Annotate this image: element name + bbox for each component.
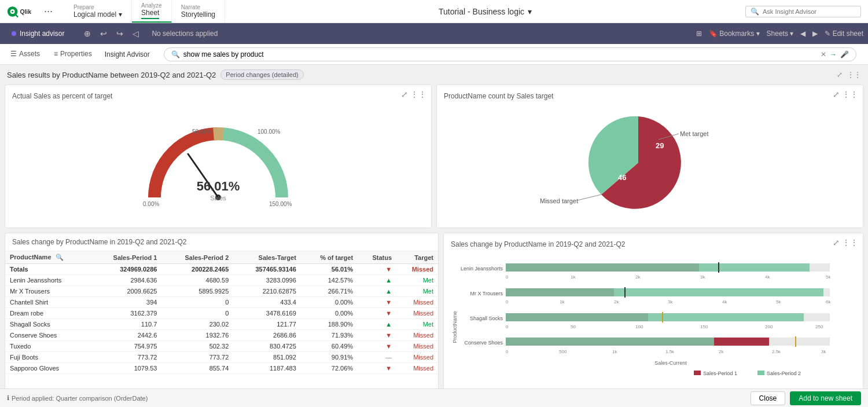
svg-text:2k: 2k xyxy=(719,349,724,354)
svg-text:50.00%: 50.00% xyxy=(192,129,212,135)
totals-status: Missed xyxy=(396,264,438,275)
svg-text:3k: 3k xyxy=(668,299,673,305)
svg-rect-46 xyxy=(506,313,804,321)
narrate-section[interactable]: Narrate Storytelling xyxy=(172,0,225,23)
bar-menu-icon[interactable]: ⋮⋮ xyxy=(842,238,858,247)
second-nav: Insight advisor ⊕ ↩ ↪ ◁ No selections ap… xyxy=(0,23,868,44)
analyze-title: Sheet xyxy=(141,9,162,19)
nav-right: 🔍 xyxy=(745,6,861,17)
main-content: Sales results by ProductName between 201… xyxy=(0,65,868,407)
bar-chart-svg: ProductName Lenin Jeansshorts 0 1k 2k 3k… xyxy=(451,258,844,391)
sales-table: ProductName 🔍 Sales-Period 1 Sales-Perio… xyxy=(5,251,438,374)
search-icon: 🔍 xyxy=(171,50,180,58)
bar-chart-title: Sales change by ProductName in 2019-Q2 a… xyxy=(451,240,856,248)
smart-search-btn[interactable]: ⊕ xyxy=(80,27,94,40)
gauge-svg: 0.00% 50.00% 100.00% 150.00% 56.01% Sale… xyxy=(126,105,311,221)
svg-text:50: 50 xyxy=(571,324,576,329)
svg-text:0.00%: 0.00% xyxy=(143,201,159,207)
bottom-row: Sales change by ProductName in 2019-Q2 a… xyxy=(5,233,863,400)
undo-btn[interactable]: ↩ xyxy=(97,27,111,40)
tab-properties[interactable]: ≡ Properties xyxy=(48,46,98,63)
totals-p2: 200228.2465 xyxy=(161,264,233,275)
svg-text:100: 100 xyxy=(635,324,643,329)
analyze-section[interactable]: Analyze Sheet xyxy=(132,0,172,23)
app-title[interactable]: Tutorial - Business logic ▾ xyxy=(439,7,532,16)
svg-text:6k: 6k xyxy=(826,299,831,305)
search-input[interactable] xyxy=(183,50,817,58)
col-period2: Sales-Period 2 xyxy=(161,251,233,264)
redo-btn[interactable]: ↪ xyxy=(113,27,127,40)
svg-text:46: 46 xyxy=(618,173,626,182)
svg-text:Mr X Trousers: Mr X Trousers xyxy=(470,291,503,296)
totals-arrow: ▼ xyxy=(358,264,396,275)
table-row: Mr X Trousers 2009.6625 5895.9925 2210.6… xyxy=(5,286,438,297)
next-btn[interactable]: ▶ xyxy=(812,30,818,38)
col-period1: Sales-Period 1 xyxy=(90,251,162,264)
svg-text:200: 200 xyxy=(765,324,773,329)
prepare-section[interactable]: Prepare Logical model ▾ xyxy=(64,0,132,23)
tab-bar: ☰ Assets ≡ Properties Insight Advisor 🔍 … xyxy=(0,44,868,65)
svg-text:2k: 2k xyxy=(614,299,619,305)
gauge-expand-icon[interactable]: ⤢ xyxy=(401,90,408,99)
col-search-icon[interactable]: 🔍 xyxy=(56,254,64,261)
tab-assets[interactable]: ☰ Assets xyxy=(5,46,46,63)
search-clear-icon[interactable]: ✕ xyxy=(821,50,826,58)
svg-rect-23 xyxy=(506,263,810,272)
ask-insight-input[interactable]: 🔍 xyxy=(745,6,861,17)
expand-icon[interactable]: ⤢ xyxy=(837,71,843,79)
ask-insight-field[interactable] xyxy=(763,8,838,15)
sheets-btn[interactable]: Sheets ▾ xyxy=(767,30,794,38)
header-menu-icon[interactable]: ⋮⋮ xyxy=(847,71,861,79)
svg-text:3k: 3k xyxy=(821,349,826,354)
svg-text:4k: 4k xyxy=(722,299,727,305)
bar-expand-icon[interactable]: ⤢ xyxy=(833,238,840,247)
svg-text:Sales-Current: Sales-Current xyxy=(654,360,687,366)
add-to-sheet-button[interactable]: Add to new sheet xyxy=(790,391,861,405)
svg-text:Shagall Socks: Shagall Socks xyxy=(470,316,503,321)
back-btn[interactable]: ◁ xyxy=(129,27,142,40)
gauge-menu-icon[interactable]: ⋮⋮ xyxy=(410,90,426,99)
svg-line-3 xyxy=(15,14,18,17)
nav-dots-btn[interactable]: ··· xyxy=(44,5,53,17)
svg-text:1k: 1k xyxy=(571,274,576,280)
totals-p1: 324969.0286 xyxy=(90,264,162,275)
pie-svg: 46 29 Missed target Met target xyxy=(534,105,766,221)
pie-chart-title: ProductName count by Sales target xyxy=(444,92,856,100)
table-col-headers: ProductName 🔍 Sales-Period 1 Sales-Perio… xyxy=(5,251,438,264)
svg-point-2 xyxy=(12,10,13,12)
pie-menu-icon[interactable]: ⋮⋮ xyxy=(842,90,858,99)
col-pct: % of target xyxy=(301,251,358,264)
svg-text:1k: 1k xyxy=(560,299,565,305)
bookmarks-btn[interactable]: 🔖 Bookmarks ▾ xyxy=(709,30,760,38)
svg-rect-69 xyxy=(757,371,764,375)
no-selections-text: No selections applied xyxy=(152,30,218,38)
svg-text:1.5k: 1.5k xyxy=(665,349,675,354)
period-badge: Period changes (detailed) xyxy=(220,69,303,80)
svg-text:500: 500 xyxy=(559,349,567,354)
svg-text:ProductName: ProductName xyxy=(452,311,458,343)
prev-btn[interactable]: ◀ xyxy=(800,30,806,38)
nav-center: Tutorial - Business logic ▾ xyxy=(225,7,745,16)
table-row: Conserve Shoes 2442.6 1932.76 2686.86 71… xyxy=(5,330,438,341)
edit-sheet-btn[interactable]: ✎ Edit sheet xyxy=(825,30,863,38)
insight-advisor-btn[interactable]: Insight advisor xyxy=(5,27,71,40)
search-submit-icon[interactable]: → xyxy=(830,50,837,58)
footer-actions: Close Add to new sheet xyxy=(751,391,861,405)
totals-target: 357465.93146 xyxy=(233,264,301,275)
narrate-label: Narrate xyxy=(181,4,215,10)
footer-info: ℹ Period applied: Quarter comparison (Or… xyxy=(7,394,148,402)
col-target: Sales-Target xyxy=(233,251,301,264)
grid-icon[interactable]: ⊞ xyxy=(696,30,702,38)
properties-icon: ≡ xyxy=(54,50,58,58)
table-header-row: Sales change by ProductName in 2019-Q2 a… xyxy=(5,233,438,251)
search-mic-icon[interactable]: 🎤 xyxy=(840,50,849,58)
svg-text:56.01%: 56.01% xyxy=(197,179,240,193)
pie-expand-icon[interactable]: ⤢ xyxy=(833,90,840,99)
close-button[interactable]: Close xyxy=(751,391,786,405)
table-title: Sales change by ProductName in 2019-Q2 a… xyxy=(12,238,187,246)
assets-icon: ☰ xyxy=(10,50,17,58)
svg-text:Qlik: Qlik xyxy=(20,9,31,15)
svg-text:5k: 5k xyxy=(826,274,831,280)
footer-info-icon: ℹ xyxy=(7,394,9,402)
search-bar[interactable]: 🔍 ✕ → 🎤 xyxy=(164,47,856,61)
